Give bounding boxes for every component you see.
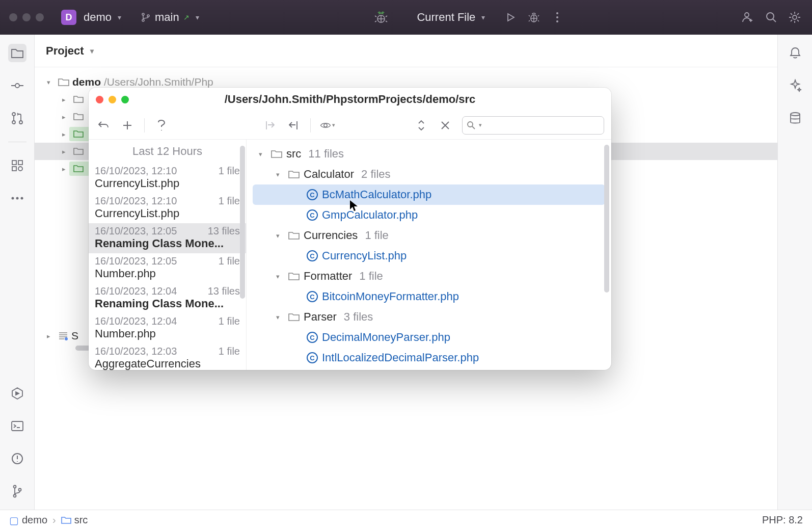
breadcrumb[interactable]: src xyxy=(61,514,88,526)
services-tool-icon[interactable] xyxy=(8,384,26,403)
svg-point-27 xyxy=(65,337,68,340)
run-config-label: Current File xyxy=(417,11,475,24)
zoom-icon[interactable] xyxy=(36,13,44,21)
file-tree[interactable]: ▾src11 files ▾Calculator2 files CBcMathC… xyxy=(247,140,611,370)
file-tree-folder[interactable]: ▾Calculator2 files xyxy=(247,164,611,184)
file-tree-folder[interactable]: ▾Parser3 files xyxy=(247,307,611,327)
chevron-down-icon: ▾ xyxy=(481,13,485,21)
svg-point-13 xyxy=(12,121,15,124)
project-name: demo xyxy=(84,11,112,24)
notifications-icon[interactable] xyxy=(786,44,804,62)
window-controls xyxy=(9,13,44,21)
search-icon[interactable] xyxy=(763,9,779,25)
help-icon[interactable] xyxy=(154,118,169,133)
svg-point-29 xyxy=(324,123,327,126)
close-icon[interactable] xyxy=(96,96,103,103)
structure-tool-icon[interactable] xyxy=(8,156,26,175)
file-tree-root[interactable]: ▾src11 files xyxy=(247,144,611,164)
breadcrumb[interactable]: ▢ demo xyxy=(9,514,47,526)
history-item[interactable]: 16/10/2023, 12:031 fileAggregateCurrenci… xyxy=(89,343,246,370)
history-item[interactable]: 16/10/2023, 12:101 fileCurrencyList.php xyxy=(89,163,246,193)
branch-selector[interactable]: main ↗ ▾ xyxy=(141,11,199,24)
folder-icon xyxy=(58,77,69,87)
breadcrumb-item: src xyxy=(74,514,88,526)
file-tree-file[interactable]: CDecimalMoneyParser.php xyxy=(247,327,611,348)
svg-point-28 xyxy=(791,113,800,116)
close-icon[interactable] xyxy=(9,13,17,21)
file-tree-folder[interactable]: ▾Currencies1 file xyxy=(247,225,611,246)
pull-requests-icon[interactable] xyxy=(8,109,26,127)
project-tool-icon[interactable] xyxy=(8,44,26,62)
search-input[interactable]: ▾ xyxy=(462,116,604,135)
commit-tool-icon[interactable] xyxy=(8,76,26,95)
folder-icon xyxy=(288,272,300,281)
scrollbar-thumb[interactable] xyxy=(604,145,609,293)
debug-icon[interactable] xyxy=(526,9,542,25)
chevron-down-icon: ▾ xyxy=(276,273,284,280)
history-item[interactable]: 16/10/2023, 12:0513 filesRenaming Class … xyxy=(89,223,246,253)
file-tree-file[interactable]: CIntlLocalizedDecimalParser.php xyxy=(247,348,611,368)
svg-point-24 xyxy=(13,486,16,488)
minimize-icon[interactable] xyxy=(22,13,31,21)
expand-collapse-icon[interactable] xyxy=(414,118,428,133)
project-badge[interactable]: D xyxy=(61,10,76,25)
history-item[interactable]: 16/10/2023, 12:051 fileNumber.php xyxy=(89,253,246,283)
next-diff-icon[interactable] xyxy=(286,118,301,133)
chevron-right-icon: ▸ xyxy=(62,165,70,173)
file-tree-file[interactable]: CGmpCalculator.php xyxy=(247,205,611,225)
php-version[interactable]: PHP: 8.2 xyxy=(762,514,803,526)
ai-assistant-icon[interactable] xyxy=(786,76,804,95)
vcs-tool-icon[interactable] xyxy=(8,482,26,500)
view-mode-icon[interactable]: ▾ xyxy=(320,118,335,133)
svg-point-21 xyxy=(20,197,23,200)
collaborate-icon[interactable] xyxy=(740,9,756,25)
history-item[interactable]: 16/10/2023, 12:101 fileCurrencyList.php xyxy=(89,193,246,223)
svg-point-14 xyxy=(19,121,22,124)
class-icon: C xyxy=(307,209,318,221)
settings-icon[interactable] xyxy=(787,9,803,25)
popup-toolbar: ▾ ▾ xyxy=(89,111,611,140)
project-selector[interactable]: demo ▾ xyxy=(84,11,121,24)
svg-point-26 xyxy=(18,489,21,491)
problems-tool-icon[interactable] xyxy=(8,449,26,468)
history-item[interactable]: 16/10/2023, 12:041 fileNumber.php xyxy=(89,313,246,343)
database-icon[interactable] xyxy=(786,109,804,127)
close-diff-icon[interactable] xyxy=(438,118,453,133)
file-tree-folder[interactable]: ▾Formatter1 file xyxy=(247,266,611,286)
popup-body: Last 12 Hours 16/10/2023, 12:101 fileCur… xyxy=(89,140,611,370)
run-config-selector[interactable]: Current File ▾ xyxy=(417,11,485,24)
more-icon[interactable] xyxy=(549,9,565,25)
chevron-down-icon: ▾ xyxy=(118,13,121,21)
history-item[interactable]: 16/10/2023, 12:0413 filesRenaming Class … xyxy=(89,283,246,313)
history-list[interactable]: Last 12 Hours 16/10/2023, 12:101 fileCur… xyxy=(89,140,247,370)
prev-diff-icon[interactable] xyxy=(262,118,277,133)
project-panel-header[interactable]: Project ▾ xyxy=(35,35,777,67)
tree-root-name: demo xyxy=(72,76,101,88)
minimize-icon[interactable] xyxy=(109,96,116,103)
rail-separator xyxy=(8,142,26,142)
svg-rect-22 xyxy=(12,421,23,431)
scratches-icon xyxy=(58,331,68,341)
statusbar: ▢ demo › src PHP: 8.2 xyxy=(0,510,812,530)
create-patch-icon[interactable] xyxy=(120,118,134,133)
class-icon: C xyxy=(307,291,318,302)
class-icon: C xyxy=(307,189,318,200)
revert-icon[interactable] xyxy=(96,118,111,133)
run-icon[interactable] xyxy=(502,9,519,25)
left-tool-rail xyxy=(0,35,35,510)
folder-icon xyxy=(288,312,300,322)
test-run-icon[interactable] xyxy=(373,9,389,25)
svg-point-19 xyxy=(11,197,14,200)
zoom-icon[interactable] xyxy=(121,96,129,103)
more-tool-icon[interactable] xyxy=(8,189,26,207)
chevron-right-icon: ▸ xyxy=(62,96,70,103)
scrollbar-thumb[interactable] xyxy=(240,146,245,299)
folder-icon xyxy=(271,149,282,158)
file-tree-file[interactable]: CBitcoinMoneyFormatter.php xyxy=(247,286,611,307)
project-panel-title: Project xyxy=(46,44,84,58)
chevron-down-icon: ▾ xyxy=(196,13,199,21)
terminal-tool-icon[interactable] xyxy=(8,417,26,435)
file-tree-file[interactable]: CBcMathCalculator.php xyxy=(253,184,605,205)
file-tree-file[interactable]: CCurrencyList.php xyxy=(247,246,611,266)
chevron-right-icon: ▸ xyxy=(62,113,70,121)
